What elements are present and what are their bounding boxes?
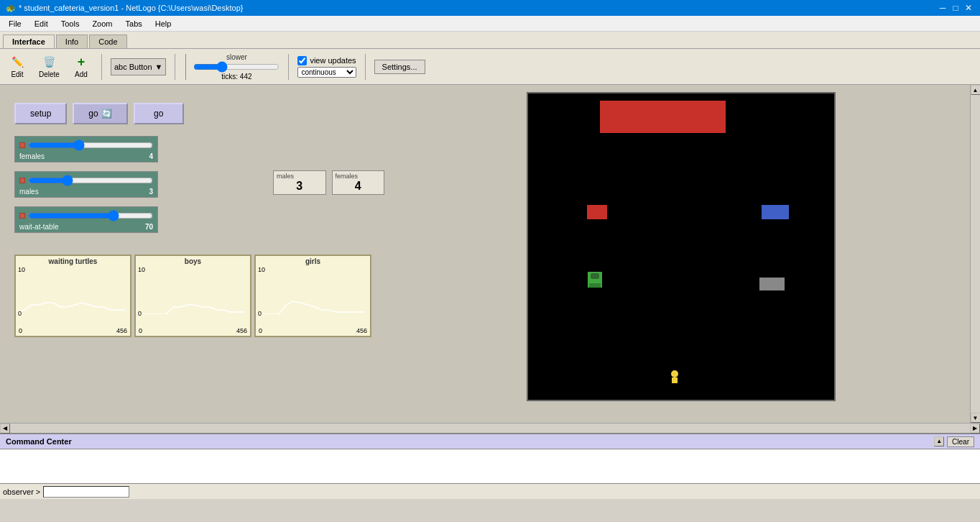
minimize-button[interactable]: ─ (937, 2, 948, 14)
tab-info[interactable]: Info (56, 35, 88, 48)
scroll-up-button[interactable]: ▲ (971, 85, 981, 95)
maximize-button[interactable]: □ (950, 2, 961, 14)
gray-table (759, 278, 785, 290)
yellow-agent (670, 370, 679, 383)
command-center-title: Command Center (6, 437, 72, 446)
observer-label: observer > (3, 487, 40, 496)
settings-button[interactable]: Settings... (374, 60, 425, 74)
delete-button[interactable]: 🗑️ Delete (34, 53, 64, 80)
girls-svg (257, 265, 365, 314)
cmd-expand-button[interactable]: ▲ (934, 436, 944, 447)
females-monitor: females 4 (332, 170, 385, 195)
wt-y-max: 10 (18, 266, 25, 273)
setup-button[interactable]: setup (14, 103, 67, 124)
agent-body (591, 273, 599, 279)
tab-interface[interactable]: Interface (3, 35, 55, 48)
edit-button[interactable]: ✏️ Edit (6, 53, 29, 80)
sep2 (175, 54, 175, 80)
boys-svg (137, 265, 245, 314)
world-view (392, 85, 970, 423)
main-content: setup go 🔄 go females 4 (0, 85, 980, 423)
green-agent (588, 272, 602, 288)
females-slider[interactable] (28, 142, 153, 149)
girls-x-min: 0 (259, 327, 262, 334)
scroll-track (971, 95, 981, 413)
element-type-label: abc Button (114, 63, 152, 71)
menu-zoom[interactable]: Zoom (86, 18, 118, 29)
wait-at-table-control: wait-at-table 70 (14, 206, 158, 233)
menu-help[interactable]: Help (149, 18, 177, 29)
tab-code[interactable]: Code (89, 35, 126, 48)
wait-at-table-slider[interactable] (28, 212, 153, 219)
sep4 (288, 54, 289, 80)
menu-file[interactable]: File (3, 18, 27, 29)
boys-y-min: 0 (138, 310, 142, 317)
boys-x-max: 456 (236, 327, 247, 334)
girls-x-max: 456 (356, 327, 367, 334)
speed-slider[interactable] (193, 61, 279, 73)
clear-button[interactable]: Clear (947, 436, 974, 447)
boys-plot: boys 10 0 0 456 (134, 255, 251, 337)
close-button[interactable]: ✕ (963, 2, 974, 14)
speed-section: slower ticks: 442 (193, 53, 279, 81)
wt-x-min: 0 (19, 327, 22, 334)
menu-bar: File Edit Tools Zoom Tabs Help (0, 16, 980, 32)
blue-table (762, 205, 789, 219)
left-panel: setup go 🔄 go females 4 (0, 85, 392, 423)
monitors-row: males 3 females 4 (273, 170, 384, 195)
waiting-turtles-svg (17, 265, 125, 314)
males-monitor: males 3 (273, 170, 326, 195)
right-scrollbar: ▲ ▼ (970, 85, 980, 423)
red-table-1 (587, 205, 607, 219)
title-bar: 🐢 * student_cafeteria_version1 - NetLogo… (0, 0, 980, 16)
observer-input[interactable] (43, 486, 129, 498)
add-icon: + (74, 55, 88, 69)
view-updates-section: view updates continuous on ticks (297, 56, 356, 78)
loop-icon: 🔄 (101, 109, 112, 119)
males-slider[interactable] (28, 177, 153, 184)
delete-icon: 🗑️ (42, 55, 56, 69)
cafeteria-table (600, 101, 726, 133)
sep5 (365, 54, 366, 80)
command-center-controls: ▲ Clear (934, 436, 974, 447)
males-slider-thumb (19, 178, 25, 183)
go-loop-button[interactable]: go 🔄 (73, 103, 127, 124)
bottom-scrollbar: ◀ ▶ (0, 423, 980, 433)
scroll-left-button[interactable]: ◀ (0, 423, 10, 434)
plots-row: waiting turtles 10 0 0 456 boys 10 (14, 255, 384, 337)
title-text: 🐢 * student_cafeteria_version1 - NetLogo… (6, 4, 243, 13)
boys-y-max: 10 (138, 266, 145, 273)
app-icon: 🐢 (6, 4, 16, 13)
males-control: males 3 (14, 171, 158, 198)
element-type-selector[interactable]: abc Button ▼ (111, 58, 166, 75)
females-slider-thumb (19, 142, 25, 148)
agent-legs (589, 283, 601, 288)
scroll-right-button[interactable]: ▶ (970, 423, 980, 434)
boys-x-min: 0 (139, 327, 142, 334)
world-canvas (527, 92, 836, 401)
dropdown-icon: ▼ (155, 63, 163, 71)
command-center-header: Command Center ▲ Clear (0, 433, 980, 449)
females-control: females 4 (14, 136, 158, 162)
observer-bar: observer > (0, 483, 980, 499)
buttons-row: setup go 🔄 go (14, 103, 384, 124)
menu-tools[interactable]: Tools (55, 18, 85, 29)
agent-head (671, 370, 678, 377)
sep1 (101, 54, 102, 80)
wt-y-min: 0 (18, 310, 22, 317)
window-controls: ─ □ ✕ (937, 2, 974, 14)
wt-x-max: 456 (116, 327, 127, 334)
view-updates-checkbox[interactable] (297, 56, 307, 65)
edit-icon: ✏️ (10, 55, 24, 69)
wait-slider-thumb (19, 213, 25, 219)
go-once-button[interactable]: go (134, 103, 184, 124)
agent-torso (672, 377, 678, 383)
tab-bar: Interface Info Code (0, 32, 980, 49)
add-button[interactable]: + Add (70, 53, 93, 80)
scroll-down-button[interactable]: ▼ (971, 413, 981, 423)
menu-edit[interactable]: Edit (29, 18, 54, 29)
update-mode-select[interactable]: continuous on ticks (297, 67, 356, 78)
toolbar: ✏️ Edit 🗑️ Delete + Add abc Button ▼ slo… (0, 49, 980, 85)
waiting-turtles-plot: waiting turtles 10 0 0 456 (14, 255, 131, 337)
menu-tabs[interactable]: Tabs (120, 18, 148, 29)
